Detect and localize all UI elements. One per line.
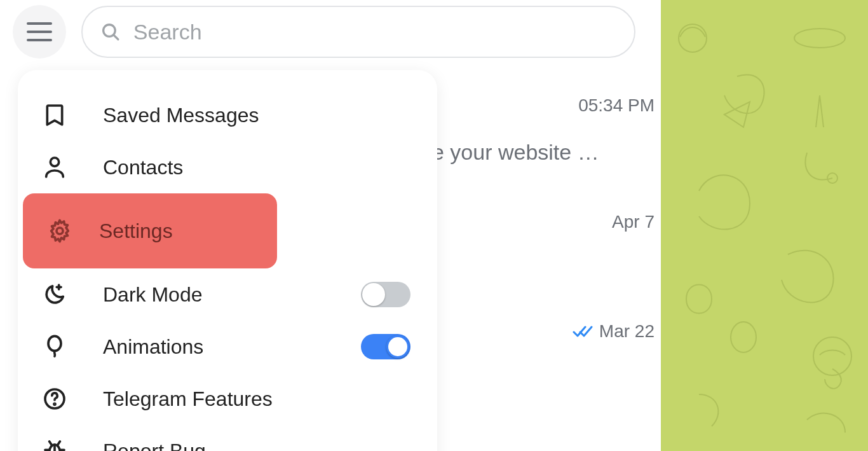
chat-snippet: e your website … (432, 140, 654, 165)
svg-point-3 (57, 228, 63, 234)
svg-line-1 (114, 35, 118, 39)
menu-item-label: Settings (99, 219, 253, 243)
chat-time: Mar 22 (432, 321, 654, 342)
menu-item-dark-mode[interactable]: Dark Mode (18, 268, 437, 321)
menu-item-label: Dark Mode (103, 283, 325, 307)
bug-icon (42, 438, 67, 451)
menu-item-label: Saved Messages (103, 104, 413, 127)
gear-icon (47, 218, 72, 244)
help-circle-icon (42, 386, 67, 412)
hamburger-menu-button[interactable] (13, 5, 66, 59)
svg-point-8 (54, 403, 55, 405)
menu-item-label: Animations (103, 335, 325, 359)
menu-item-saved-messages[interactable]: Saved Messages (18, 89, 437, 141)
chat-background-panel (661, 0, 868, 451)
menu-item-telegram-features[interactable]: Telegram Features (18, 373, 437, 425)
main-menu-popup: Saved Messages Contacts (18, 70, 437, 451)
svg-point-6 (48, 336, 61, 350)
svg-point-2 (50, 158, 58, 166)
menu-item-label: Contacts (103, 156, 413, 179)
menu-item-contacts[interactable]: Contacts (18, 141, 437, 193)
hamburger-icon (27, 22, 52, 41)
search-input[interactable] (133, 20, 616, 45)
top-bar (0, 0, 661, 64)
chat-time: 05:34 PM (432, 95, 654, 116)
left-sidebar: 05:34 PM e your website … Apr 7 Mar 22 S… (0, 0, 661, 451)
svg-point-10 (679, 24, 707, 52)
chat-time: Apr 7 (432, 212, 654, 232)
search-field[interactable] (81, 6, 635, 58)
search-icon (100, 21, 121, 43)
read-checkmarks-icon (573, 324, 594, 339)
dark-mode-toggle[interactable] (361, 282, 410, 307)
menu-item-label: Telegram Features (103, 387, 413, 411)
menu-item-label: Report Bug (103, 440, 413, 452)
svg-point-11 (794, 29, 845, 48)
moon-icon (42, 282, 67, 307)
chat-time-label: Mar 22 (599, 321, 654, 342)
animations-toggle[interactable] (361, 334, 410, 359)
bookmark-icon (42, 102, 67, 128)
chat-list-preview: 05:34 PM e your website … Apr 7 Mar 22 (432, 95, 654, 342)
menu-item-animations[interactable]: Animations (18, 321, 437, 373)
balloon-icon (42, 334, 67, 359)
menu-item-settings[interactable]: Settings (23, 193, 277, 268)
chat-background-pattern (661, 0, 868, 451)
person-icon (42, 155, 67, 180)
app-root: 05:34 PM e your website … Apr 7 Mar 22 S… (0, 0, 868, 451)
svg-point-14 (731, 322, 756, 352)
menu-item-report-bug[interactable]: Report Bug (18, 425, 437, 451)
